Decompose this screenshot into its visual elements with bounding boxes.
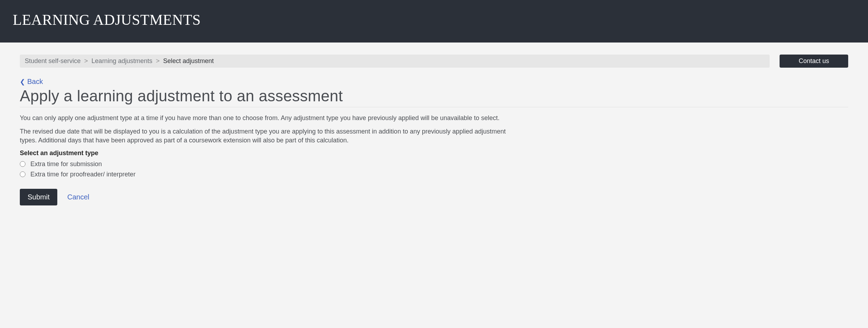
breadcrumb: Student self-service > Learning adjustme… bbox=[20, 55, 770, 68]
back-link-label: Back bbox=[27, 78, 43, 86]
intro-paragraph: You can only apply one adjustment type a… bbox=[20, 114, 508, 122]
breadcrumb-item[interactable]: Learning adjustments bbox=[92, 57, 152, 65]
adjustment-option-radio[interactable] bbox=[20, 171, 25, 177]
breadcrumb-item[interactable]: Student self-service bbox=[25, 57, 81, 65]
page-title: Apply a learning adjustment to an assess… bbox=[20, 87, 848, 107]
page-content: Student self-service > Learning adjustme… bbox=[0, 43, 868, 222]
breadcrumb-separator: > bbox=[156, 57, 160, 65]
chevron-left-icon: ❮ bbox=[20, 78, 25, 86]
adjustment-type-label: Select an adjustment type bbox=[20, 149, 848, 157]
intro-paragraph: The revised due date that will be displa… bbox=[20, 127, 508, 145]
adjustment-option-row[interactable]: Extra time for proofreader/ interpreter bbox=[20, 171, 848, 178]
submit-button[interactable]: Submit bbox=[20, 189, 57, 205]
adjustment-option-row[interactable]: Extra time for submission bbox=[20, 160, 848, 168]
cancel-link[interactable]: Cancel bbox=[67, 193, 89, 201]
adjustment-option-label[interactable]: Extra time for proofreader/ interpreter bbox=[30, 171, 135, 178]
back-link[interactable]: ❮ Back bbox=[20, 78, 43, 86]
breadcrumb-separator: > bbox=[84, 57, 88, 65]
breadcrumb-current: Select adjustment bbox=[163, 57, 214, 65]
top-row: Student self-service > Learning adjustme… bbox=[20, 55, 848, 68]
contact-us-button[interactable]: Contact us bbox=[780, 55, 848, 68]
adjustment-option-radio[interactable] bbox=[20, 161, 25, 167]
form-actions: Submit Cancel bbox=[20, 189, 848, 205]
app-title: LEARNING ADJUSTMENTS bbox=[13, 11, 855, 28]
app-header: LEARNING ADJUSTMENTS bbox=[0, 0, 868, 43]
adjustment-option-label[interactable]: Extra time for submission bbox=[30, 160, 102, 168]
